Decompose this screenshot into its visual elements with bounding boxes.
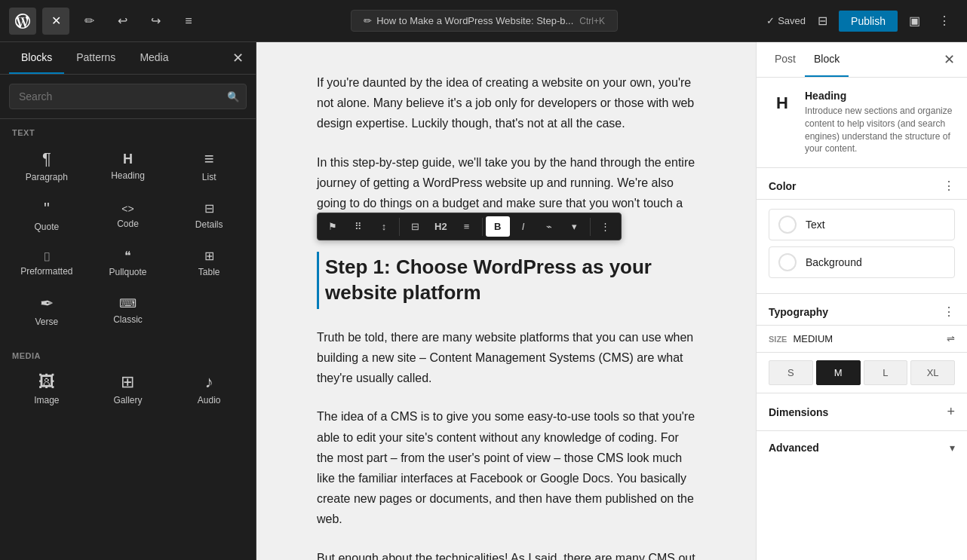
image-label: Image bbox=[34, 395, 59, 405]
search-input-wrap: 🔍 bbox=[9, 84, 247, 109]
text-color-option[interactable]: Text bbox=[769, 209, 955, 240]
text-blocks-grid: ¶ Paragraph H Heading ≡ List " Quote <> … bbox=[0, 142, 256, 342]
block-image[interactable]: 🖼 Image bbox=[6, 365, 87, 415]
toolbar-more-button[interactable]: ⋮ bbox=[594, 216, 618, 237]
block-info-text: Heading Introduce new sections and organ… bbox=[805, 90, 955, 155]
edit-post-icon: ✏ bbox=[364, 15, 372, 26]
details-icon: ⊟ bbox=[204, 203, 214, 215]
options-button[interactable]: ⋮ bbox=[931, 8, 958, 35]
wordpress-logo[interactable] bbox=[9, 8, 36, 35]
size-buttons: S M L XL bbox=[757, 353, 967, 393]
toolbar-paragraph-align-button[interactable]: ≡ bbox=[455, 216, 479, 237]
toolbar-bold-button[interactable]: B bbox=[486, 216, 510, 237]
toolbar-dropdown-button[interactable]: ▾ bbox=[563, 216, 587, 237]
toolbar-link-button[interactable]: ⌁ bbox=[537, 216, 561, 237]
size-xl-button[interactable]: XL bbox=[910, 360, 955, 385]
size-m-button[interactable]: M bbox=[816, 360, 861, 385]
block-description: Introduce new sections and organize cont… bbox=[805, 105, 955, 155]
keyboard-shortcut: Ctrl+K bbox=[579, 16, 605, 26]
list-icon: ≡ bbox=[204, 151, 214, 167]
toolbar-align-button[interactable]: ⊟ bbox=[403, 216, 427, 237]
publish-button[interactable]: Publish bbox=[839, 11, 898, 32]
block-toolbar: ⚑ ⠿ ↕ ⊟ H2 ≡ B I ⌁ ▾ ⋮ bbox=[317, 213, 622, 240]
edit-button[interactable]: ✏ bbox=[75, 8, 103, 35]
top-toolbar: ✕ ✏ ↩ ↪ ≡ ✏ How to Make a WordPress Webs… bbox=[0, 0, 967, 42]
toolbar-move-button[interactable]: ↕ bbox=[372, 216, 396, 237]
text-section-label: TEXT bbox=[0, 119, 256, 142]
sidebar-close-button[interactable]: ✕ bbox=[229, 47, 247, 69]
dimensions-add-button[interactable]: + bbox=[947, 404, 955, 420]
toolbar-h2-button[interactable]: H2 bbox=[428, 216, 453, 237]
toolbar-bookmark-button[interactable]: ⚑ bbox=[321, 216, 345, 237]
paragraph-5[interactable]: But enough about the technicalities! As … bbox=[317, 548, 695, 560]
right-sidebar-close-button[interactable]: ✕ bbox=[941, 48, 958, 71]
right-tabs: Post Block ✕ bbox=[757, 42, 967, 78]
color-section-menu-button[interactable]: ⋮ bbox=[943, 179, 955, 193]
quote-label: Quote bbox=[34, 222, 59, 232]
search-icon-button[interactable]: 🔍 bbox=[221, 85, 246, 109]
heading-text[interactable]: Step 1: Choose WordPress as your website… bbox=[317, 252, 695, 309]
heading-block[interactable]: ⚑ ⠿ ↕ ⊟ H2 ≡ B I ⌁ ▾ ⋮ Step 1: Choose Wo… bbox=[317, 252, 695, 309]
block-verse[interactable]: ✒ Verse bbox=[6, 286, 87, 336]
gallery-icon: ⊞ bbox=[121, 374, 134, 390]
typography-menu-button[interactable]: ⋮ bbox=[943, 304, 955, 319]
main-layout: Blocks Patterns Media ✕ 🔍 TEXT ¶ Paragra… bbox=[0, 42, 967, 560]
verse-icon: ✒ bbox=[40, 295, 54, 312]
block-info: H Heading Introduce new sections and org… bbox=[757, 78, 967, 168]
size-l-button[interactable]: L bbox=[864, 360, 908, 385]
tab-blocks[interactable]: Blocks bbox=[9, 42, 64, 74]
tab-post[interactable]: Post bbox=[766, 42, 805, 77]
paragraph-3[interactable]: Truth be told, there are many website pl… bbox=[317, 327, 695, 389]
title-pill[interactable]: ✏ How to Make a WordPress Website: Step-… bbox=[351, 10, 618, 32]
sidebar-toggle-button[interactable]: ▣ bbox=[901, 8, 928, 35]
size-s-button[interactable]: S bbox=[769, 360, 813, 385]
toolbar-italic-button[interactable]: I bbox=[511, 216, 536, 237]
block-paragraph[interactable]: ¶ Paragraph bbox=[6, 142, 87, 191]
quote-icon: " bbox=[44, 200, 50, 217]
list-view-button[interactable]: ≡ bbox=[175, 8, 202, 35]
typography-section: Typography ⋮ SIZE MEDIUM ⇌ S M L XL bbox=[757, 294, 967, 393]
block-gallery[interactable]: ⊞ Gallery bbox=[87, 365, 169, 415]
block-code[interactable]: <> Code bbox=[87, 191, 169, 241]
gallery-label: Gallery bbox=[113, 395, 142, 405]
table-icon: ⊞ bbox=[204, 250, 214, 262]
close-button[interactable]: ✕ bbox=[42, 8, 69, 35]
preformatted-icon: ⌷ bbox=[44, 251, 50, 262]
paragraph-1[interactable]: If you're daunted by the idea of creatin… bbox=[317, 72, 695, 134]
undo-button[interactable]: ↩ bbox=[109, 8, 136, 35]
block-audio[interactable]: ♪ Audio bbox=[168, 365, 250, 415]
size-label: SIZE bbox=[769, 335, 787, 344]
right-sidebar: Post Block ✕ H Heading Introduce new sec… bbox=[756, 42, 967, 560]
block-table[interactable]: ⊞ Table bbox=[168, 241, 250, 286]
tab-block[interactable]: Block bbox=[805, 42, 849, 77]
table-label: Table bbox=[198, 267, 220, 277]
block-list[interactable]: ≡ List bbox=[168, 142, 250, 191]
list-label: List bbox=[202, 172, 216, 182]
pullquote-icon: ❝ bbox=[124, 250, 131, 262]
background-color-option[interactable]: Background bbox=[769, 246, 955, 278]
tab-patterns[interactable]: Patterns bbox=[64, 42, 127, 74]
paragraph-label: Paragraph bbox=[26, 172, 68, 182]
block-heading[interactable]: H Heading bbox=[87, 142, 169, 191]
advanced-row[interactable]: Advanced ▾ bbox=[757, 431, 967, 464]
check-icon: ✓ bbox=[766, 15, 775, 26]
color-section-title: Color bbox=[769, 180, 797, 192]
audio-label: Audio bbox=[198, 395, 221, 405]
typography-header: Typography ⋮ bbox=[757, 294, 967, 326]
redo-button[interactable]: ↪ bbox=[142, 8, 169, 35]
content-area: If you're daunted by the idea of creatin… bbox=[256, 42, 756, 560]
block-quote[interactable]: " Quote bbox=[6, 191, 87, 241]
toolbar-drag-button[interactable]: ⠿ bbox=[346, 216, 370, 237]
paragraph-4[interactable]: The idea of a CMS is to give you some ea… bbox=[317, 406, 695, 529]
verse-label: Verse bbox=[35, 317, 58, 327]
paragraph-icon: ¶ bbox=[42, 151, 51, 167]
block-classic[interactable]: ⌨ Classic bbox=[87, 286, 169, 336]
search-input[interactable] bbox=[10, 84, 221, 109]
block-pullquote[interactable]: ❝ Pullquote bbox=[87, 241, 169, 286]
size-adjust-button[interactable]: ⇌ bbox=[947, 333, 955, 344]
tab-media[interactable]: Media bbox=[127, 42, 180, 74]
block-details[interactable]: ⊟ Details bbox=[168, 191, 250, 241]
view-toggle-button[interactable]: ⊟ bbox=[809, 8, 836, 35]
block-preformatted[interactable]: ⌷ Preformatted bbox=[6, 241, 87, 286]
typography-title: Typography bbox=[769, 306, 828, 318]
